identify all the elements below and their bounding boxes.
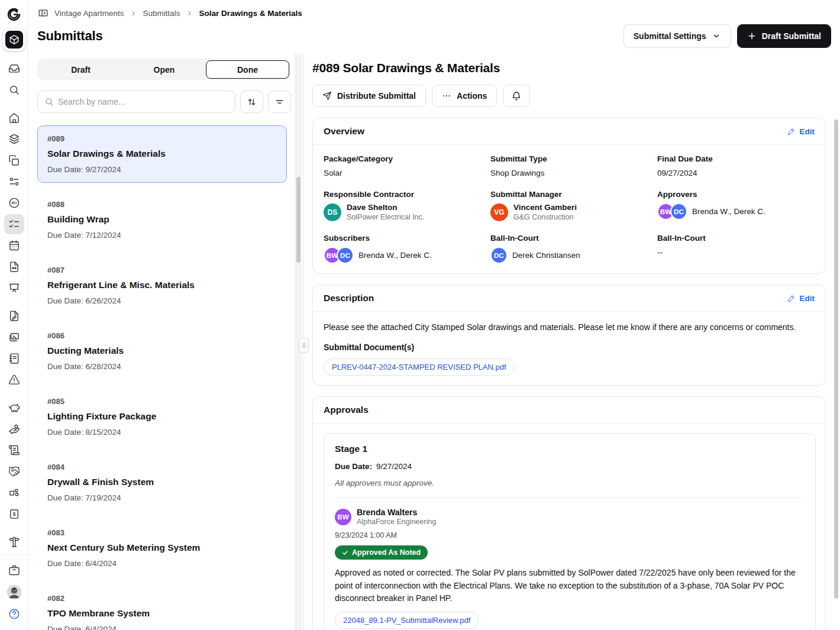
field-value: Solar xyxy=(324,169,481,177)
sidebar-icon-workflow[interactable] xyxy=(4,172,24,192)
field-label: Subscribers xyxy=(324,234,481,243)
approvals-body: Stage 1 Due Date:9/27/2024 All approvers… xyxy=(313,424,825,630)
actions-label: Actions xyxy=(457,91,487,101)
distribute-submittal-button[interactable]: Distribute Submittal xyxy=(312,85,426,107)
submittal-number: #087 xyxy=(47,266,277,274)
sidebar-icon-file-grid[interactable] xyxy=(4,257,24,277)
sort-button[interactable] xyxy=(240,91,263,113)
distribute-label: Distribute Submittal xyxy=(337,91,416,101)
list-scrollbar-thumb[interactable] xyxy=(296,177,301,263)
field-label: Submittal Manager xyxy=(490,190,648,199)
sidebar-icon-signpost[interactable] xyxy=(4,532,24,552)
status-tabs: DraftOpenDone xyxy=(37,59,291,80)
submittal-list-item[interactable]: #085Lighting Fixture PackageDue Date: 8/… xyxy=(37,388,287,445)
sidebar-icon-images[interactable] xyxy=(4,327,24,347)
sidebar-icon-copy[interactable] xyxy=(4,150,24,170)
overview-field: Submittal TypeShop Drawings xyxy=(490,154,648,177)
sidebar-icon-notebook[interactable] xyxy=(4,348,24,369)
submittal-number: #085 xyxy=(47,397,277,406)
submittal-title: Building Wrap xyxy=(47,214,277,225)
submittal-detail-panel: #089 Solar Drawings & Materials Distribu… xyxy=(304,54,840,630)
panel-toggle-icon[interactable] xyxy=(37,7,49,19)
detail-scrollbar-thumb[interactable] xyxy=(834,119,838,599)
overview-field: Responsible ContractorDSDave SheltonSolP… xyxy=(324,190,481,221)
search-input[interactable] xyxy=(58,97,228,106)
edit-label: Edit xyxy=(800,294,815,303)
avatar: VG xyxy=(490,203,508,221)
project-app-button[interactable] xyxy=(3,28,25,51)
notifications-button[interactable] xyxy=(503,85,530,107)
review-comment: Approved as noted or corrected. The Sola… xyxy=(335,567,805,605)
review-timestamp: 9/23/2024 1:00 AM xyxy=(335,531,805,539)
breadcrumb-project[interactable]: Vintage Apartments xyxy=(54,9,124,18)
sidebar-icon-inbox[interactable] xyxy=(4,59,24,79)
sidebar-icon-piggy-bank[interactable] xyxy=(4,398,24,418)
sidebar-icon-scroll-text[interactable] xyxy=(4,440,24,460)
avatar: DS xyxy=(324,203,341,221)
sidebar-icon-invoice[interactable]: $ xyxy=(4,504,24,524)
submittal-title: Drywall & Finish System xyxy=(47,477,277,487)
field-value: 09/27/2024 xyxy=(657,169,815,177)
draft-submittal-button[interactable]: Draft Submittal xyxy=(737,24,831,48)
description-text: Please see the attached City Stamped Sol… xyxy=(324,321,815,334)
sidebar-icon-home[interactable] xyxy=(4,108,24,128)
filter-button[interactable] xyxy=(268,91,291,113)
tab-open[interactable]: Open xyxy=(122,60,206,79)
sidebar-icon-coins[interactable] xyxy=(4,483,24,503)
person-name: Dave Shelton xyxy=(347,203,424,212)
submittal-due-date: Due Date: 6/4/2024 xyxy=(47,625,277,630)
svg-text:RFI: RFI xyxy=(11,201,17,205)
actions-button[interactable]: Actions xyxy=(432,85,497,107)
tab-draft[interactable]: Draft xyxy=(39,60,122,79)
tab-done[interactable]: Done xyxy=(206,60,289,79)
sidebar-icon-rfi[interactable]: RFI xyxy=(4,193,24,213)
approvals-title: Approvals xyxy=(324,405,369,415)
sidebar-icon-calendar[interactable] xyxy=(4,235,24,256)
submittal-settings-button[interactable]: Submittal Settings xyxy=(623,24,731,48)
sidebar-icon-handshake[interactable] xyxy=(4,461,24,482)
submittal-number: #088 xyxy=(47,200,277,209)
brand-logo-icon[interactable] xyxy=(5,5,23,23)
submittal-list-panel: DraftOpenDone #089Solar Drawings & Mater… xyxy=(28,54,304,630)
submittal-list-item[interactable]: #086Ducting MaterialsDue Date: 6/28/2024 xyxy=(37,322,287,380)
stage-rule: All approvers must approve. xyxy=(335,479,805,487)
sidebar-bottom xyxy=(0,554,28,624)
title-row: Submittals Submittal Settings Draft Subm… xyxy=(28,20,840,54)
approvals-card: Approvals Stage 1 Due Date:9/27/2024 All… xyxy=(312,396,826,630)
submittal-title: TPO Membrane System xyxy=(47,608,277,619)
sidebar-icon-layers[interactable] xyxy=(4,129,24,149)
detail-scrollbar[interactable] xyxy=(833,54,838,630)
submittal-due-date: Due Date: 6/28/2024 xyxy=(47,362,277,371)
sidebar-icon-warning[interactable] xyxy=(4,370,24,390)
attachment-link[interactable]: PLREV-0447-2024-STAMPED REVISED PLAN.pdf xyxy=(324,358,515,376)
overview-title: Overview xyxy=(324,126,364,137)
submittal-list-item[interactable]: #087Refrigerant Line & Misc. MaterialsDu… xyxy=(37,257,287,314)
description-edit-button[interactable]: Edit xyxy=(787,294,815,303)
user-avatar[interactable] xyxy=(4,582,24,602)
submittal-list-item[interactable]: #082TPO Membrane SystemDue Date: 6/4/202… xyxy=(37,585,287,630)
breadcrumb-current: Solar Drawings & Materials xyxy=(199,9,302,18)
avatar: DC xyxy=(670,203,687,220)
sidebar-icon-file-pen[interactable] xyxy=(4,306,24,326)
submittal-list-item[interactable]: #088Building WrapDue Date: 7/12/2024 xyxy=(37,191,287,248)
overview-edit-button[interactable]: Edit xyxy=(787,127,815,136)
review-entry: BW Brenda Walters AlphaForce Engineering… xyxy=(335,508,805,629)
submittal-list-item[interactable]: #084Drywall & Finish SystemDue Date: 7/1… xyxy=(37,454,287,511)
edit-label: Edit xyxy=(800,127,815,136)
attachment-link[interactable]: 22048_89.1-PV_SubmittalReview.pdf xyxy=(335,612,479,629)
sidebar-icon-presentation[interactable] xyxy=(4,278,24,298)
panel-resize-handle[interactable] xyxy=(299,338,309,353)
sidebar-icon-search[interactable] xyxy=(4,80,24,100)
help-icon[interactable] xyxy=(4,604,24,624)
stage-title: Stage 1 xyxy=(335,444,805,454)
submittal-due-date: Due Date: 8/15/2024 xyxy=(47,428,277,437)
submittal-list-item[interactable]: #083Next Century Sub Metering SystemDue … xyxy=(37,519,287,577)
field-label: Ball-In-Court xyxy=(490,234,648,243)
breadcrumb-section[interactable]: Submittals xyxy=(143,9,180,18)
field-label: Package/Category xyxy=(324,154,481,163)
sidebar-icon-briefcase[interactable] xyxy=(4,560,24,580)
icon-sidebar: RFI$ xyxy=(0,0,28,630)
submittal-list-item[interactable]: #089Solar Drawings & MaterialsDue Date: … xyxy=(37,125,287,183)
sidebar-icon-checklist[interactable] xyxy=(4,214,24,234)
sidebar-icon-hand-coins[interactable] xyxy=(4,419,24,439)
